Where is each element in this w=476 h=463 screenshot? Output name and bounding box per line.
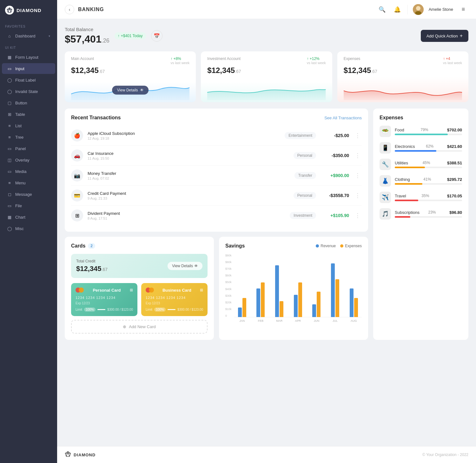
sidebar-item-misc[interactable]: ◯ Misc xyxy=(2,223,55,234)
transaction-menu-button[interactable]: ⋮ xyxy=(354,132,362,139)
sidebar-item-tree[interactable]: ≡ Tree xyxy=(2,132,55,142)
see-all-transactions-link[interactable]: See All Transactions xyxy=(324,116,362,120)
list-item: 🎵 Subscriptions 23% $96.80 xyxy=(380,208,462,220)
transaction-amount: +$105.90 xyxy=(321,213,349,218)
expense-bar-track xyxy=(395,167,462,168)
expense-name-row: Food 79% $702.00 xyxy=(395,128,462,132)
sidebar-item-panel[interactable]: ▭ Panel xyxy=(2,143,55,154)
dividend-icon: ⊞ xyxy=(71,209,83,222)
add-new-card-button[interactable]: ⊕ Add New Card xyxy=(71,320,208,334)
transactions-title: Recent Transactions xyxy=(71,115,121,121)
view-details-button[interactable]: View Details 👁 xyxy=(112,86,149,95)
add-quick-action-button[interactable]: Add Quick Action + xyxy=(421,30,468,42)
credit-card-icon: 💳 xyxy=(71,189,83,202)
cards-section: Cards 2 Total Credit $12,345.67 xyxy=(65,237,214,340)
transaction-info: Apple iCloud Subscription 12 Aug, 19:18 xyxy=(88,131,280,140)
transaction-date: 12 Aug, 19:18 xyxy=(88,136,280,140)
misc-label: Misc xyxy=(15,226,50,231)
balance-amount: $57,401.26 xyxy=(65,33,109,45)
expense-name-row: Clothing 41% $295.72 xyxy=(395,177,462,182)
subscriptions-icon: 🎵 xyxy=(380,208,391,220)
transaction-menu-button[interactable]: ⋮ xyxy=(354,212,362,219)
food-icon: 🥗 xyxy=(380,126,391,137)
expense-amount: $702.00 xyxy=(445,128,462,132)
overlay-label: Overlay xyxy=(15,158,50,162)
expense-amount: $388.51 xyxy=(445,161,462,165)
expense-amount: $295.72 xyxy=(445,177,462,182)
media-icon: ▭ xyxy=(7,169,12,174)
credit-view-details-button[interactable]: View Details 👁 xyxy=(168,262,202,270)
sidebar-item-button[interactable]: ▢ Button xyxy=(2,97,55,108)
bar-chart xyxy=(234,254,362,317)
expense-name: Travel xyxy=(395,194,406,198)
sidebar-item-input[interactable]: ▭ Input xyxy=(2,63,55,74)
limit-bar-track xyxy=(97,309,106,310)
sidebar-item-menu[interactable]: ≡ Menu xyxy=(2,177,55,188)
calendar-button[interactable]: 📅 xyxy=(151,30,162,42)
balance-section: Total Balance $57,401.26 ↑ +$401 Today 📅… xyxy=(65,27,468,45)
expense-name: Clothing xyxy=(395,177,410,182)
transaction-amount: -$25.00 xyxy=(321,133,349,138)
transaction-menu-button[interactable]: ⋮ xyxy=(354,192,362,199)
bar-group-apr xyxy=(290,254,306,317)
transaction-menu-button[interactable]: ⋮ xyxy=(354,152,362,159)
sidebar-item-chart[interactable]: ▦ Chart xyxy=(2,212,55,222)
chart-body: JAN FEB MAR APR JUN JUL AUG xyxy=(234,254,362,322)
expenses-account-meta: vs last week xyxy=(443,61,462,65)
sidebar-item-message[interactable]: ◻ Message xyxy=(2,189,55,200)
hamburger-menu-button[interactable]: ≡ xyxy=(458,4,468,15)
limit-pct: 100% xyxy=(84,308,96,312)
lower-grid: Recent Transactions See All Transactions… xyxy=(65,109,468,340)
sidebar-item-media[interactable]: ▭ Media xyxy=(2,166,55,177)
sidebar: DIAMOND FAVORITES ⌂ Dashboard ▾ UI KIT ▦… xyxy=(0,0,57,463)
sidebar-item-overlay[interactable]: ◫ Overlay xyxy=(2,155,55,165)
expense-bar-track xyxy=(395,216,462,218)
expense-info: Food 79% $702.00 xyxy=(395,128,462,135)
investment-account-amount: $12,345.67 xyxy=(207,66,326,75)
expense-name: Subscriptions xyxy=(395,210,420,215)
expense-bar-track xyxy=(395,150,462,152)
svg-point-6 xyxy=(415,11,421,15)
list-label: List xyxy=(15,123,50,128)
cards-header: Cards 2 xyxy=(71,243,208,249)
diamond-icon xyxy=(5,6,14,15)
back-button[interactable]: ‹ xyxy=(65,5,74,14)
header-actions: 🔍 🔔 Amelie Stone ≡ xyxy=(377,4,468,15)
sidebar-item-invalid-state[interactable]: ◯ Invalid State xyxy=(2,86,55,97)
savings-title: Savings xyxy=(225,243,245,249)
float-label-icon: ◯ xyxy=(7,77,12,83)
sidebar-item-file[interactable]: ▭ File xyxy=(2,200,55,211)
expense-amount: $96.80 xyxy=(445,210,462,215)
expense-bar-fill xyxy=(395,150,436,152)
expense-pct: 45% xyxy=(422,161,430,165)
search-button[interactable]: 🔍 xyxy=(377,4,387,15)
expense-pct: 62% xyxy=(426,144,433,149)
sidebar-item-form-layout[interactable]: ▦ Form Layout xyxy=(2,52,55,63)
personal-card-name: Personal Card xyxy=(93,288,121,293)
main-account-change: ↑+8% xyxy=(170,56,189,61)
investment-account-meta: vs last week xyxy=(307,61,326,65)
sidebar-item-table[interactable]: ⊞ Table xyxy=(2,109,55,120)
expense-name-row: Electronics 62% $421.60 xyxy=(395,144,462,149)
notification-button[interactable]: 🔔 xyxy=(392,4,402,15)
eye-icon: 👁 xyxy=(140,88,144,92)
transaction-menu-button[interactable]: ⋮ xyxy=(354,172,362,179)
chart-label-feb: FEB xyxy=(253,319,269,322)
y-label: $50k xyxy=(225,281,232,284)
expenses-account-amount: $12,345.67 xyxy=(344,66,462,75)
business-card-limit-row: Limit 100% $300.00 / $123.00 xyxy=(146,308,203,312)
sidebar-item-float-label[interactable]: ◯ Float Label xyxy=(2,75,55,85)
svg-point-5 xyxy=(416,6,420,10)
list-item: 🔧 Utilities 45% $388.51 xyxy=(380,159,462,170)
transactions-header: Recent Transactions See All Transactions xyxy=(71,115,362,121)
sidebar-item-dashboard[interactable]: ⌂ Dashboard ▾ xyxy=(2,30,55,41)
transaction-category: Personal xyxy=(294,152,316,159)
chart-label: Chart xyxy=(15,215,50,220)
y-label: $70k xyxy=(225,267,232,270)
button-label: Button xyxy=(15,101,50,105)
plus-icon: + xyxy=(460,33,463,39)
sidebar-item-list[interactable]: ≡ List xyxy=(2,120,55,131)
limit-bar-track-b xyxy=(168,309,176,310)
personal-card: Personal Card ⊞ 1234 1234 1234 1234 Exp … xyxy=(71,283,137,316)
investment-account-change: ↑+12% xyxy=(307,56,326,61)
